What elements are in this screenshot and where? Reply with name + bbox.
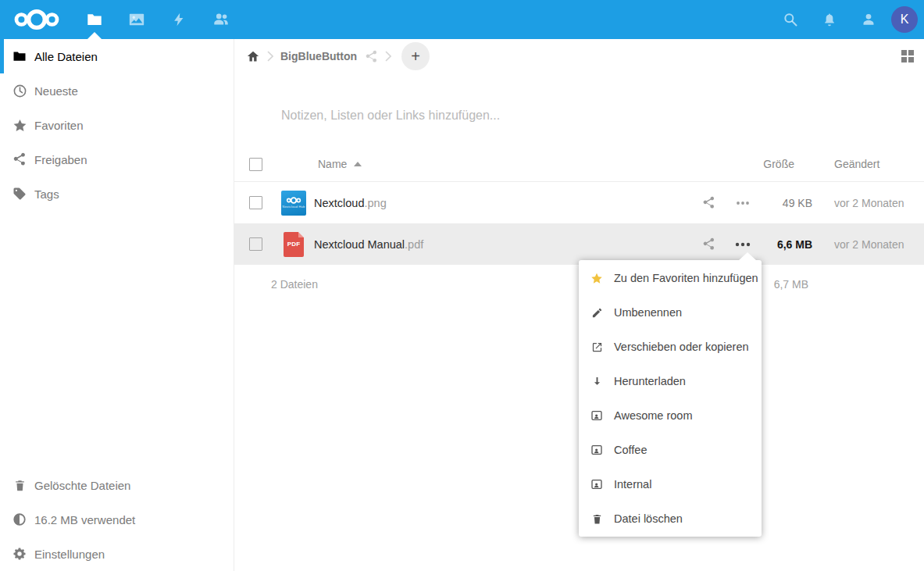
breadcrumb-separator-icon: [267, 51, 273, 62]
sidebar-item-favorites[interactable]: Favoriten: [0, 108, 234, 142]
menu-item-label: Verschieben oder kopieren: [614, 341, 749, 353]
clock-icon: [12, 83, 27, 98]
app-contacts-button[interactable]: [200, 0, 242, 39]
sidebar-item-recent[interactable]: Neueste: [0, 73, 234, 108]
menu-item-awesome-room[interactable]: Awesome room: [579, 398, 762, 433]
top-bar: K: [0, 0, 924, 39]
menu-item-add-to-favorites[interactable]: Zu den Favoriten hinzufügen: [579, 261, 762, 295]
sidebar-item-deleted-files[interactable]: Gelöschte Dateien: [0, 468, 233, 502]
app-navigation: [73, 0, 242, 39]
select-all-checkbox[interactable]: [249, 158, 262, 171]
file-row-nextcloud-manual-pdf[interactable]: PDF Nextcloud Manual.pdf 6,6 MB vor 2 Mo…: [234, 223, 924, 265]
user-avatar[interactable]: K: [891, 6, 918, 33]
folder-icon: [12, 48, 27, 64]
more-actions-icon[interactable]: [726, 201, 760, 205]
sidebar-item-label: 16.2 MB verwendet: [34, 513, 135, 526]
sidebar-item-tags[interactable]: Tags: [0, 177, 234, 211]
column-header-name[interactable]: Name: [318, 158, 347, 170]
menu-item-internal-room[interactable]: Internal: [579, 467, 762, 501]
menu-item-label: Zu den Favoriten hinzufügen: [614, 272, 758, 284]
menu-item-label: Herunterladen: [614, 375, 686, 387]
file-modified: vor 2 Monaten: [812, 238, 924, 251]
menu-item-move-or-copy[interactable]: Verschieben oder kopieren: [579, 330, 762, 364]
notes-input[interactable]: Notizen, Listen oder Links hinzufügen...: [281, 109, 500, 123]
file-list-header: Name Größe Geändert: [234, 147, 924, 182]
sidebar-item-settings[interactable]: Einstellungen: [0, 537, 233, 571]
search-icon[interactable]: [771, 0, 810, 39]
sidebar-item-all-files[interactable]: Alle Dateien: [0, 39, 234, 73]
new-file-button[interactable]: +: [401, 42, 430, 70]
top-bar-right: K: [771, 0, 918, 39]
pdf-file-icon: PDF: [281, 232, 306, 257]
file-name[interactable]: Nextcloud Manual.pdf: [314, 238, 691, 251]
sidebar-item-label: Neueste: [34, 84, 78, 98]
nextcloud-logo-icon[interactable]: [0, 0, 73, 39]
menu-item-label: Awesome room: [614, 409, 692, 422]
column-header-size[interactable]: Größe: [763, 158, 794, 170]
row-checkbox[interactable]: [249, 237, 262, 251]
active-app-pointer: [87, 32, 102, 39]
room-icon: [590, 444, 603, 456]
menu-item-label: Umbenennen: [614, 306, 682, 319]
png-thumbnail-icon: Nextcloud Hub: [281, 191, 306, 216]
file-modified: vor 2 Monaten: [812, 197, 924, 209]
sort-ascending-icon[interactable]: [354, 162, 362, 166]
thumbnail-label: Nextcloud Hub: [283, 205, 305, 209]
file-extension: .png: [364, 197, 386, 209]
share-icon[interactable]: [691, 237, 726, 251]
room-icon: [590, 478, 603, 491]
app-activity-button[interactable]: [158, 0, 200, 39]
files-folder-icon: [86, 11, 103, 28]
row-checkbox[interactable]: [249, 196, 262, 209]
file-size: 49 KB: [760, 197, 812, 209]
quota-icon: [12, 512, 27, 527]
contacts-people-icon: [212, 11, 230, 28]
files-content: BigBlueButton + Notizen, Listen oder Lin…: [234, 39, 924, 571]
grid-view-icon[interactable]: [901, 50, 914, 62]
menu-pointer: [738, 252, 757, 261]
sidebar-item-shares[interactable]: Freigaben: [0, 142, 234, 177]
files-sidebar: Alle Dateien Neueste Favoriten Freigaben: [0, 39, 234, 571]
file-actions-menu: Zu den Favoriten hinzufügen Umbenennen V…: [579, 260, 762, 537]
nextcloud-files-app: K Alle Dateien Neueste Favoriten: [0, 0, 924, 571]
gear-icon: [12, 546, 27, 562]
sidebar-item-label: Einstellungen: [34, 548, 105, 561]
menu-item-delete-file[interactable]: Datei löschen: [579, 501, 762, 536]
sidebar-item-label: Favoriten: [34, 119, 84, 132]
breadcrumb-share-icon[interactable]: [365, 50, 378, 63]
trash-icon: [590, 512, 603, 525]
file-count: 2 Dateien: [271, 278, 318, 291]
share-icon: [12, 152, 27, 167]
sidebar-item-label: Tags: [34, 187, 59, 201]
menu-item-label: Coffee: [614, 444, 647, 456]
star-icon: [590, 272, 603, 284]
move-copy-icon: [590, 341, 603, 353]
file-row-nextcloud-png[interactable]: Nextcloud Hub Nextcloud.png 49 KB vor 2 …: [234, 182, 924, 223]
file-extension: .pdf: [405, 238, 423, 251]
total-size: 6,7 MB: [774, 278, 808, 291]
activity-lightning-icon: [171, 11, 187, 28]
pencil-icon: [590, 306, 603, 319]
app-files-button[interactable]: [73, 0, 116, 39]
menu-item-rename[interactable]: Umbenennen: [579, 295, 762, 330]
file-size: 6,6 MB: [760, 238, 812, 251]
sidebar-item-quota: 16.2 MB verwendet: [0, 502, 233, 537]
menu-item-coffee-room[interactable]: Coffee: [579, 433, 762, 467]
file-name[interactable]: Nextcloud.png: [314, 197, 691, 209]
column-header-modified[interactable]: Geändert: [834, 158, 879, 170]
contacts-menu-icon[interactable]: [849, 0, 888, 39]
notifications-bell-icon[interactable]: [810, 0, 849, 39]
sidebar-item-label: Alle Dateien: [34, 50, 98, 63]
app-photos-button[interactable]: [116, 0, 158, 39]
more-actions-icon[interactable]: [726, 242, 760, 247]
tag-icon: [12, 186, 27, 202]
home-icon[interactable]: [246, 49, 260, 63]
breadcrumb-folder[interactable]: BigBlueButton: [280, 50, 357, 62]
pdf-icon-label: PDF: [287, 241, 301, 248]
menu-item-label: Datei löschen: [614, 512, 683, 525]
menu-item-download[interactable]: Herunterladen: [579, 364, 762, 398]
download-icon: [590, 375, 603, 387]
share-icon[interactable]: [691, 196, 726, 209]
breadcrumb-separator-icon: [385, 51, 391, 62]
trash-icon: [12, 477, 27, 493]
